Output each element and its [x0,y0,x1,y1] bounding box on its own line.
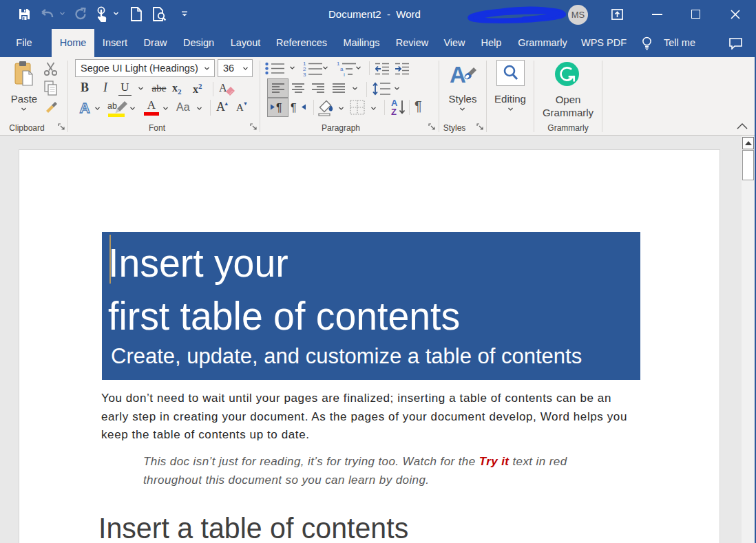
svg-text:A: A [450,62,466,87]
svg-text:¶: ¶ [291,102,297,113]
svg-text:Z: Z [391,107,397,116]
svg-text:i: i [344,72,345,76]
svg-text:3: 3 [303,72,306,76]
svg-text:ab: ab [107,101,117,111]
svg-text:A: A [219,82,227,94]
svg-text:¶: ¶ [276,102,282,113]
